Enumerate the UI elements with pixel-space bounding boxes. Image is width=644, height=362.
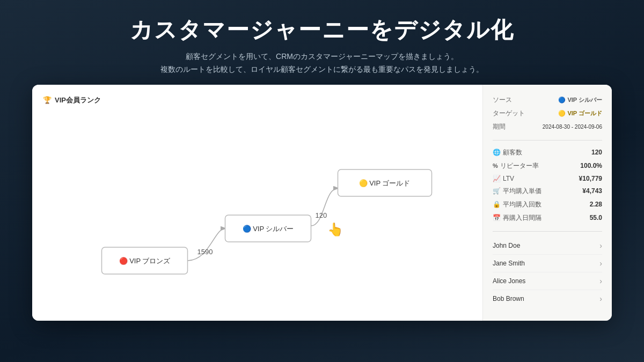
- page-header: カスタマージャーニーをデジタル化 顧客セグメントを用いて、CRMのカスタマージャ…: [0, 0, 644, 85]
- source-label: ソース: [493, 95, 512, 105]
- journey-diagram: 1590 120 👆 🔴 VIP ブロンズ 🔵 VIP シルバー 🟡 VIP ゴ…: [43, 110, 472, 309]
- metric-avg-price-value: ¥4,743: [582, 187, 602, 195]
- user-name-3: Bob Brown: [493, 295, 524, 302]
- cart-icon: 🛒: [493, 187, 501, 195]
- trophy-icon: 🏆: [43, 96, 52, 104]
- chevron-icon-1: ›: [599, 259, 602, 268]
- metrics-section: 🌐 顧客数 120 % リピーター率 100.0% 📈 LTV ¥10,779: [493, 146, 602, 232]
- ltv-icon: 📈: [493, 175, 501, 182]
- metric-customers: 🌐 顧客数 120: [493, 146, 602, 159]
- metric-repurchase-label: 📅 再購入日間隔: [493, 213, 541, 223]
- user-name-2: Alice Jones: [493, 277, 525, 285]
- metric-repeat: % リピーター率 100.0%: [493, 159, 602, 173]
- user-row-3[interactable]: Bob Brown ›: [493, 290, 602, 307]
- user-row-2[interactable]: Alice Jones ›: [493, 272, 602, 290]
- metric-avg-orders-label: 🔒 平均購入回数: [493, 200, 541, 209]
- edge-label-1590: 1590: [197, 248, 213, 256]
- customers-icon: 🌐: [493, 149, 501, 156]
- metric-ltv: 📈 LTV ¥10,779: [493, 173, 602, 184]
- metric-avg-price: 🛒 平均購入単価 ¥4,743: [493, 184, 602, 198]
- source-value: 🔵 VIP シルバー: [558, 96, 602, 104]
- metric-ltv-label: 📈 LTV: [493, 175, 514, 182]
- edge-silver-gold: [311, 188, 338, 226]
- metric-repurchase: 📅 再購入日間隔 55.0: [493, 211, 602, 225]
- metric-customers-value: 120: [591, 149, 602, 156]
- metric-avg-orders-value: 2.28: [590, 201, 602, 208]
- user-row-0[interactable]: John Doe ›: [493, 237, 602, 255]
- target-row: ターゲット 🟡 VIP ゴールド: [493, 107, 602, 120]
- percent-icon: %: [493, 162, 498, 169]
- target-value: 🟡 VIP ゴールド: [558, 109, 602, 117]
- chevron-icon-3: ›: [599, 294, 602, 303]
- diagram-title: 🏆 VIP会員ランク: [43, 95, 472, 105]
- period-label: 期間: [493, 122, 506, 131]
- target-label: ターゲット: [493, 109, 525, 118]
- cursor-icon: 👆: [327, 221, 343, 237]
- node-gold-label: 🟡 VIP ゴールド: [359, 179, 411, 188]
- metric-ltv-value: ¥10,779: [579, 175, 602, 182]
- lock-icon: 🔒: [493, 201, 501, 208]
- metric-repeat-value: 100.0%: [580, 162, 602, 169]
- metric-repeat-label: % リピーター率: [493, 161, 539, 171]
- calendar-icon: 📅: [493, 214, 501, 221]
- main-card: 🏆 VIP会員ランク 1590 120 👆 🔴 VIP ブロンズ: [32, 85, 612, 321]
- user-row-1[interactable]: Jane Smith ›: [493, 255, 602, 272]
- page-subtitle: 顧客セグメントを用いて、CRMのカスタマージャーニーマップを描きましょう。 複数…: [11, 50, 633, 76]
- chevron-icon-0: ›: [599, 241, 602, 250]
- edge-label-120: 120: [316, 211, 327, 219]
- chevron-icon-2: ›: [599, 277, 602, 285]
- user-name-1: Jane Smith: [493, 260, 525, 267]
- metric-repurchase-value: 55.0: [590, 214, 602, 221]
- source-row: ソース 🔵 VIP シルバー: [493, 93, 602, 107]
- stats-panel: ソース 🔵 VIP シルバー ターゲット 🟡 VIP ゴールド 期間 2024-…: [483, 85, 612, 321]
- node-silver-label: 🔵 VIP シルバー: [243, 224, 294, 233]
- period-row: 期間 2024-08-30 - 2024-09-06: [493, 120, 602, 134]
- stat-section-top: ソース 🔵 VIP シルバー ターゲット 🟡 VIP ゴールド 期間 2024-…: [493, 93, 602, 141]
- user-list: John Doe › Jane Smith › Alice Jones › Bo…: [493, 237, 602, 307]
- user-name-0: John Doe: [493, 242, 520, 249]
- node-bronze-label: 🔴 VIP ブロンズ: [119, 256, 171, 265]
- metric-avg-price-label: 🛒 平均購入単価: [493, 187, 541, 196]
- period-value: 2024-08-30 - 2024-09-06: [543, 124, 602, 130]
- metric-avg-orders: 🔒 平均購入回数 2.28: [493, 198, 602, 211]
- metric-customers-label: 🌐 顧客数: [493, 148, 522, 157]
- diagram-area: 🏆 VIP会員ランク 1590 120 👆 🔴 VIP ブロンズ: [32, 85, 483, 321]
- page-title: カスタマージャーニーをデジタル化: [11, 15, 633, 45]
- edge-bronze-silver: [188, 228, 225, 261]
